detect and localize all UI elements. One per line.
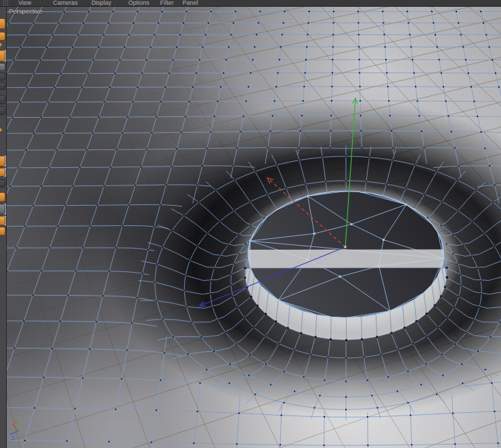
left-mode-toolbar xyxy=(0,7,7,448)
menu-filter[interactable]: Filter xyxy=(160,0,173,6)
toolbar-icon-4[interactable] xyxy=(0,50,7,62)
perspective-viewport: Perspective xyxy=(7,7,501,448)
tool-icon xyxy=(0,18,5,29)
tool-icon xyxy=(0,227,5,236)
application-window: View Cameras Display Options Filter Pane… xyxy=(0,0,501,448)
toolbar-icon-14[interactable] xyxy=(0,192,7,202)
toolbar-icon-11[interactable] xyxy=(0,156,7,166)
toolbar-icon-10[interactable] xyxy=(0,127,7,134)
toolbar-icon-2[interactable] xyxy=(0,32,7,41)
menu-view[interactable]: View xyxy=(18,0,31,6)
toolbar-icon-8[interactable] xyxy=(0,95,7,104)
tool-icon xyxy=(0,32,5,41)
menu-cameras[interactable]: Cameras xyxy=(53,0,78,6)
toolbar-icon-15[interactable] xyxy=(0,204,7,215)
tool-icon xyxy=(0,50,5,62)
tool-icon xyxy=(0,156,5,166)
toolbar-icon-3[interactable] xyxy=(0,42,7,49)
diamond-icon xyxy=(0,127,5,134)
toolbar-icon-16[interactable] xyxy=(0,216,7,225)
toolbar-icon-5[interactable] xyxy=(0,63,7,71)
viewport-menu-bar: View Cameras Display Options Filter Pane… xyxy=(0,0,501,7)
tool-icon xyxy=(0,82,5,90)
diamond-icon xyxy=(0,42,5,49)
menu-display[interactable]: Display xyxy=(91,0,112,6)
drag-handle-icon[interactable] xyxy=(3,0,9,5)
toolbar-icon-7[interactable] xyxy=(0,82,7,90)
tool-icon xyxy=(0,95,5,104)
viewport-canvas[interactable] xyxy=(7,7,501,448)
tool-icon xyxy=(0,63,5,71)
tool-icon xyxy=(0,168,5,177)
toolbar-icon-9[interactable] xyxy=(0,106,7,115)
toolbar-icon-1[interactable] xyxy=(0,18,7,29)
tool-icon xyxy=(0,106,5,115)
toolbar-icon-6[interactable] xyxy=(0,72,7,81)
tool-icon xyxy=(0,179,5,187)
menu-panel[interactable]: Panel xyxy=(182,0,198,6)
tool-icon xyxy=(0,72,5,81)
toolbar-icon-17[interactable] xyxy=(0,227,7,236)
menu-options[interactable]: Options xyxy=(128,0,149,6)
tool-icon xyxy=(0,216,5,225)
tool-icon xyxy=(0,192,5,202)
toolbar-icon-13[interactable] xyxy=(0,179,7,187)
viewport-label: Perspective xyxy=(9,7,43,15)
tool-icon xyxy=(0,204,5,215)
toolbar-icon-12[interactable] xyxy=(0,168,7,177)
